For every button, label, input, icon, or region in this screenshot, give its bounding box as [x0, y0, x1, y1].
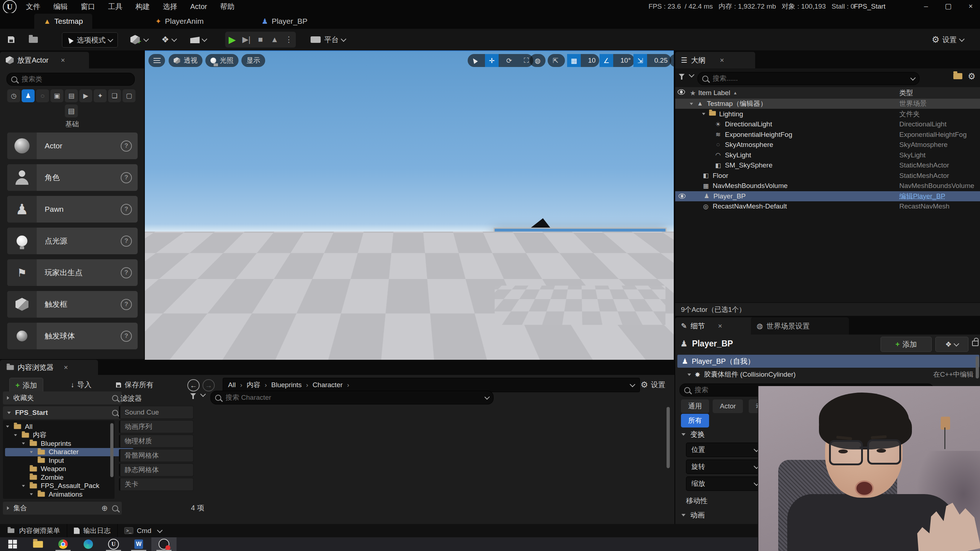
geometry-icon[interactable]: ❏ — [108, 89, 121, 102]
filter-Sound Cue[interactable]: Sound Cue — [119, 406, 194, 419]
cmd-selector[interactable]: >_ Cmd — [118, 527, 168, 535]
type-column[interactable]: 类型 — [899, 88, 913, 98]
tree-item-Zombie[interactable]: Zombie — [5, 473, 133, 481]
expand-caret-icon[interactable] — [30, 493, 33, 495]
tree-item-Animations[interactable]: Animations — [5, 490, 133, 499]
components-scrollbar[interactable] — [976, 356, 979, 378]
outliner-row-SkyAtmosphere[interactable]: ◌SkyAtmosphereSkyAtmosphere — [675, 140, 980, 150]
breadcrumb-Blueprints[interactable]: Blueprints — [271, 381, 302, 389]
outliner-search-input[interactable] — [712, 74, 905, 83]
taskbar-obs-icon[interactable] — [151, 537, 177, 551]
filter-动画序列[interactable]: 动画序列 — [119, 420, 194, 433]
cb-add-button[interactable]: + 添加 — [10, 378, 43, 393]
favorites-header[interactable]: 收藏夹 — [3, 391, 122, 405]
tree-scrollbar[interactable] — [110, 423, 113, 477]
section-transform[interactable]: 变换 — [681, 430, 705, 439]
menu-item-文件[interactable]: 文件 — [19, 0, 47, 13]
tab-Player_BP[interactable]: ♟Player_BP — [252, 14, 317, 29]
eject-icon[interactable]: ▲ — [268, 35, 282, 44]
grid-scrollbar[interactable] — [667, 407, 670, 468]
outliner-row-Floor[interactable]: ◧FloorStaticMeshActor — [675, 171, 980, 181]
filter-关卡[interactable]: 关卡 — [119, 478, 194, 491]
chevron-down-icon[interactable] — [630, 382, 636, 387]
maximize-button[interactable]: ▢ — [940, 0, 956, 12]
taskbar-word-icon[interactable]: W — [126, 537, 151, 551]
place-item-点光源[interactable]: 点光源? — [7, 228, 138, 254]
select-tool[interactable] — [468, 54, 481, 67]
place-item-Pawn[interactable]: ♟Pawn? — [7, 196, 138, 222]
breadcrumb-All[interactable]: All — [228, 381, 235, 389]
chip-通用[interactable]: 通用 — [681, 399, 709, 413]
component-row-self[interactable]: ♟ Player_BP（自我） — [677, 355, 979, 368]
menu-item-编辑[interactable]: 编辑 — [47, 0, 74, 13]
settings-button[interactable]: ⚙ 设置 — [932, 32, 964, 47]
content-drawer-button[interactable]: 内容侧滑菜单 — [0, 526, 67, 535]
chip-Actor[interactable]: Actor — [713, 399, 743, 413]
add-collection-icon[interactable]: ⊕ — [101, 504, 108, 513]
transform-row-旋转[interactable]: 旋转 — [686, 459, 764, 474]
fx-icon[interactable]: ✦ — [94, 89, 107, 102]
place-search[interactable] — [6, 73, 135, 86]
visibility-column-icon[interactable] — [675, 89, 687, 97]
shapes-icon[interactable]: ▣ — [51, 89, 64, 102]
frame-skip-icon[interactable]: ▶| — [239, 35, 253, 44]
show-button[interactable]: 显示 — [242, 54, 265, 67]
tree-item-Character[interactable]: Character — [5, 448, 133, 456]
menu-item-构建[interactable]: 构建 — [129, 0, 156, 13]
cb-filter-button[interactable] — [190, 392, 205, 397]
place-item-触发框[interactable]: 触发框? — [7, 291, 138, 318]
tree-item-FPS_Assault_Pack[interactable]: FPS_Assault_Pack — [5, 482, 126, 490]
move-tool[interactable]: ✛ — [485, 54, 499, 67]
tree-item-Weapon[interactable]: Weapon — [5, 465, 133, 473]
help-icon[interactable]: ? — [121, 299, 132, 310]
expand-caret-icon[interactable] — [30, 451, 33, 453]
rotation-snap-control[interactable]: ∠10° — [600, 54, 635, 67]
tab-outliner[interactable]: ☰ 大纲 × — [675, 52, 755, 68]
rotate-tool[interactable]: ⟳ — [502, 54, 516, 67]
add-actor-button[interactable]: + — [130, 32, 148, 47]
help-icon[interactable]: ? — [121, 330, 132, 342]
outliner-row-SkyLight[interactable]: ◠SkyLightSkyLight — [675, 150, 980, 160]
lit-mode-button[interactable]: 光照 — [205, 54, 239, 67]
tab-Testmap[interactable]: ▲Testmap — [34, 14, 92, 29]
outliner-row-Testmap（编辑器）[interactable]: ▲Testmap（编辑器）世界场景 — [675, 98, 980, 109]
outliner-row-ExponentialHeightFog[interactable]: ≋ExponentialHeightFogExponentialHeightFo… — [675, 130, 980, 140]
menu-item-工具[interactable]: 工具 — [102, 0, 129, 13]
component-row-capsule[interactable]: ✸ 胶囊体组件 (CollisionCylinder) 在C++中编辑 — [677, 368, 980, 381]
cb-import-button[interactable]: ↓导入 — [71, 380, 92, 390]
taskbar-edge-icon[interactable] — [76, 537, 101, 551]
lights-icon[interactable]: ◌ — [36, 89, 49, 102]
expand-caret-icon[interactable] — [6, 426, 9, 427]
taskbar-unreal-icon[interactable]: U — [101, 537, 126, 551]
platforms-button[interactable]: 平台 — [310, 32, 345, 47]
close-icon[interactable]: × — [64, 364, 68, 372]
cb-save-all-button[interactable]: 保存所有 — [115, 380, 153, 390]
taskbar-start-icon[interactable] — [0, 537, 25, 551]
visual-effects-icon[interactable]: ▶ — [79, 89, 92, 102]
recent-icon[interactable]: ◷ — [7, 89, 20, 102]
cb-search-input[interactable] — [225, 393, 479, 402]
tree-item-All[interactable]: All — [5, 422, 110, 431]
cb-settings-button[interactable]: ⚙设置 — [641, 380, 665, 390]
breadcrumb-Character[interactable]: Character — [313, 381, 343, 389]
help-icon[interactable]: ? — [121, 235, 132, 247]
tree-item-内容[interactable]: 内容 — [5, 431, 118, 439]
cb-search[interactable] — [210, 391, 493, 405]
all-classes-icon[interactable]: ▤ — [65, 105, 78, 118]
transform-row-位置[interactable]: 位置 — [686, 443, 764, 457]
section-animation[interactable]: 动画 — [681, 510, 705, 520]
expand-caret-icon[interactable] — [14, 434, 17, 436]
outliner-filter-button[interactable] — [679, 73, 694, 78]
output-log-button[interactable]: 输出日志 — [67, 526, 117, 535]
tab-place-actor[interactable]: 放置Actor × — [0, 52, 89, 68]
outliner-row-Player_BP[interactable]: ♟Player_BP编辑Player_BP — [675, 191, 980, 201]
camera-speed-control[interactable]: ⏍0.33 — [670, 54, 674, 67]
expand-caret-icon[interactable] — [702, 113, 705, 115]
cb-back-button[interactable]: ← — [187, 379, 200, 391]
save-button[interactable] — [8, 32, 14, 47]
tab-world-settings[interactable]: ◍ 世界场景设置 — [751, 317, 849, 335]
play-options-icon[interactable]: ⋮ — [282, 35, 296, 44]
minimize-button[interactable]: – — [918, 0, 934, 12]
world-space-toggle[interactable]: ◍ — [530, 54, 546, 67]
expand-caret-icon[interactable] — [690, 103, 693, 105]
